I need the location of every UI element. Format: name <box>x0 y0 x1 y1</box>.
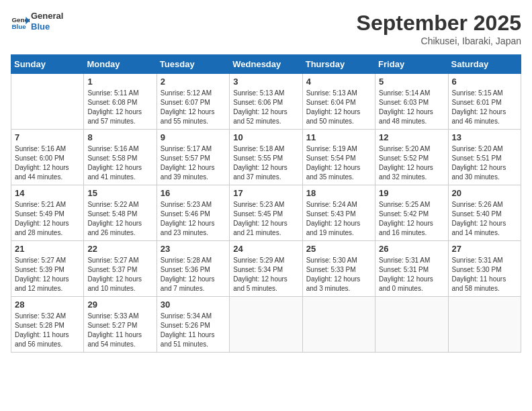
day-info: Sunrise: 5:33 AM Sunset: 5:27 PM Dayligh… <box>87 312 152 349</box>
day-number: 5 <box>379 77 444 87</box>
day-number: 4 <box>306 77 371 87</box>
day-number: 17 <box>233 188 298 198</box>
day-info: Sunrise: 5:27 AM Sunset: 5:37 PM Dayligh… <box>87 256 152 293</box>
calendar-week-3: 14Sunrise: 5:21 AM Sunset: 5:49 PM Dayli… <box>11 185 521 241</box>
weekday-header-tuesday: Tuesday <box>157 55 229 74</box>
day-info: Sunrise: 5:18 AM Sunset: 5:55 PM Dayligh… <box>233 144 298 182</box>
calendar-cell: 2Sunrise: 5:12 AM Sunset: 6:07 PM Daylig… <box>157 74 229 130</box>
location-subtitle: Chikusei, Ibaraki, Japan <box>357 36 521 46</box>
day-number: 30 <box>161 300 226 310</box>
calendar-cell: 17Sunrise: 5:23 AM Sunset: 5:45 PM Dayli… <box>230 185 302 241</box>
day-number: 23 <box>161 244 226 254</box>
day-number: 12 <box>379 132 444 142</box>
day-number: 19 <box>379 188 444 198</box>
svg-text:Blue: Blue <box>11 23 26 30</box>
calendar-cell: 20Sunrise: 5:26 AM Sunset: 5:40 PM Dayli… <box>448 185 521 241</box>
weekday-header-thursday: Thursday <box>302 55 375 74</box>
logo-blue: Blue <box>31 21 63 32</box>
day-info: Sunrise: 5:16 AM Sunset: 5:58 PM Dayligh… <box>87 144 152 182</box>
day-number: 8 <box>87 132 152 142</box>
day-number: 28 <box>15 300 80 310</box>
calendar-cell: 25Sunrise: 5:30 AM Sunset: 5:33 PM Dayli… <box>302 241 375 297</box>
day-info: Sunrise: 5:20 AM Sunset: 5:51 PM Dayligh… <box>452 144 517 182</box>
calendar-cell: 10Sunrise: 5:18 AM Sunset: 5:55 PM Dayli… <box>230 130 302 185</box>
day-info: Sunrise: 5:30 AM Sunset: 5:33 PM Dayligh… <box>306 256 371 293</box>
day-info: Sunrise: 5:31 AM Sunset: 5:31 PM Dayligh… <box>379 256 444 293</box>
day-number: 20 <box>452 188 517 198</box>
day-info: Sunrise: 5:19 AM Sunset: 5:54 PM Dayligh… <box>306 144 371 182</box>
calendar-cell: 22Sunrise: 5:27 AM Sunset: 5:37 PM Dayli… <box>84 241 157 297</box>
day-info: Sunrise: 5:32 AM Sunset: 5:28 PM Dayligh… <box>15 312 80 349</box>
logo: General Blue General Blue <box>11 11 63 32</box>
weekday-header-saturday: Saturday <box>448 55 521 74</box>
day-info: Sunrise: 5:23 AM Sunset: 5:45 PM Dayligh… <box>233 200 298 238</box>
day-number: 3 <box>233 77 298 87</box>
weekday-header-friday: Friday <box>375 55 448 74</box>
calendar-cell <box>302 297 375 353</box>
calendar-cell: 16Sunrise: 5:23 AM Sunset: 5:46 PM Dayli… <box>157 185 229 241</box>
day-info: Sunrise: 5:17 AM Sunset: 5:57 PM Dayligh… <box>161 144 226 182</box>
calendar-cell: 9Sunrise: 5:17 AM Sunset: 5:57 PM Daylig… <box>157 130 229 185</box>
day-info: Sunrise: 5:34 AM Sunset: 5:26 PM Dayligh… <box>161 312 226 349</box>
calendar-cell: 4Sunrise: 5:13 AM Sunset: 6:04 PM Daylig… <box>302 74 375 130</box>
logo-icon: General Blue <box>11 12 30 31</box>
day-number: 26 <box>379 244 444 254</box>
day-info: Sunrise: 5:25 AM Sunset: 5:42 PM Dayligh… <box>379 200 444 238</box>
weekday-header-sunday: Sunday <box>11 55 84 74</box>
day-info: Sunrise: 5:27 AM Sunset: 5:39 PM Dayligh… <box>15 256 80 293</box>
calendar-cell: 1Sunrise: 5:11 AM Sunset: 6:08 PM Daylig… <box>84 74 157 130</box>
weekday-header-monday: Monday <box>84 55 157 74</box>
calendar-cell <box>11 74 84 130</box>
day-number: 9 <box>161 132 226 142</box>
page-header: General Blue General Blue September 2025… <box>11 11 521 46</box>
day-info: Sunrise: 5:20 AM Sunset: 5:52 PM Dayligh… <box>379 144 444 182</box>
calendar-cell <box>375 297 448 353</box>
day-info: Sunrise: 5:11 AM Sunset: 6:08 PM Dayligh… <box>87 89 152 126</box>
day-number: 1 <box>87 77 152 87</box>
day-info: Sunrise: 5:28 AM Sunset: 5:36 PM Dayligh… <box>161 256 226 293</box>
calendar-cell: 5Sunrise: 5:14 AM Sunset: 6:03 PM Daylig… <box>375 74 448 130</box>
day-number: 25 <box>306 244 371 254</box>
day-info: Sunrise: 5:23 AM Sunset: 5:46 PM Dayligh… <box>161 200 226 238</box>
calendar-cell: 7Sunrise: 5:16 AM Sunset: 6:00 PM Daylig… <box>11 130 84 185</box>
calendar-cell: 11Sunrise: 5:19 AM Sunset: 5:54 PM Dayli… <box>302 130 375 185</box>
day-number: 14 <box>15 188 80 198</box>
calendar-week-4: 21Sunrise: 5:27 AM Sunset: 5:39 PM Dayli… <box>11 241 521 297</box>
logo-general: General <box>31 11 63 21</box>
day-number: 6 <box>452 77 517 87</box>
day-number: 18 <box>306 188 371 198</box>
calendar-cell: 30Sunrise: 5:34 AM Sunset: 5:26 PM Dayli… <box>157 297 229 353</box>
calendar-cell: 19Sunrise: 5:25 AM Sunset: 5:42 PM Dayli… <box>375 185 448 241</box>
calendar-cell: 23Sunrise: 5:28 AM Sunset: 5:36 PM Dayli… <box>157 241 229 297</box>
day-info: Sunrise: 5:21 AM Sunset: 5:49 PM Dayligh… <box>15 200 80 238</box>
calendar-cell: 26Sunrise: 5:31 AM Sunset: 5:31 PM Dayli… <box>375 241 448 297</box>
calendar-cell: 28Sunrise: 5:32 AM Sunset: 5:28 PM Dayli… <box>11 297 84 353</box>
day-number: 10 <box>233 132 298 142</box>
calendar-cell: 18Sunrise: 5:24 AM Sunset: 5:43 PM Dayli… <box>302 185 375 241</box>
day-number: 16 <box>161 188 226 198</box>
calendar-header-row: SundayMondayTuesdayWednesdayThursdayFrid… <box>11 55 521 74</box>
day-info: Sunrise: 5:14 AM Sunset: 6:03 PM Dayligh… <box>379 89 444 126</box>
day-info: Sunrise: 5:31 AM Sunset: 5:30 PM Dayligh… <box>452 256 517 293</box>
day-info: Sunrise: 5:26 AM Sunset: 5:40 PM Dayligh… <box>452 200 517 238</box>
day-info: Sunrise: 5:29 AM Sunset: 5:34 PM Dayligh… <box>233 256 298 293</box>
day-number: 29 <box>87 300 152 310</box>
calendar-cell: 29Sunrise: 5:33 AM Sunset: 5:27 PM Dayli… <box>84 297 157 353</box>
calendar-cell: 3Sunrise: 5:13 AM Sunset: 6:06 PM Daylig… <box>230 74 302 130</box>
day-number: 11 <box>306 132 371 142</box>
calendar-body: 1Sunrise: 5:11 AM Sunset: 6:08 PM Daylig… <box>11 74 521 353</box>
day-info: Sunrise: 5:22 AM Sunset: 5:48 PM Dayligh… <box>87 200 152 238</box>
day-info: Sunrise: 5:15 AM Sunset: 6:01 PM Dayligh… <box>452 89 517 126</box>
day-info: Sunrise: 5:13 AM Sunset: 6:04 PM Dayligh… <box>306 89 371 126</box>
calendar-cell: 14Sunrise: 5:21 AM Sunset: 5:49 PM Dayli… <box>11 185 84 241</box>
day-number: 7 <box>15 132 80 142</box>
weekday-header-wednesday: Wednesday <box>230 55 302 74</box>
day-number: 15 <box>87 188 152 198</box>
day-number: 27 <box>452 244 517 254</box>
calendar-week-5: 28Sunrise: 5:32 AM Sunset: 5:28 PM Dayli… <box>11 297 521 353</box>
calendar-cell: 21Sunrise: 5:27 AM Sunset: 5:39 PM Dayli… <box>11 241 84 297</box>
calendar-cell: 13Sunrise: 5:20 AM Sunset: 5:51 PM Dayli… <box>448 130 521 185</box>
calendar-week-1: 1Sunrise: 5:11 AM Sunset: 6:08 PM Daylig… <box>11 74 521 130</box>
month-title: September 2025 <box>357 11 521 36</box>
day-number: 22 <box>87 244 152 254</box>
